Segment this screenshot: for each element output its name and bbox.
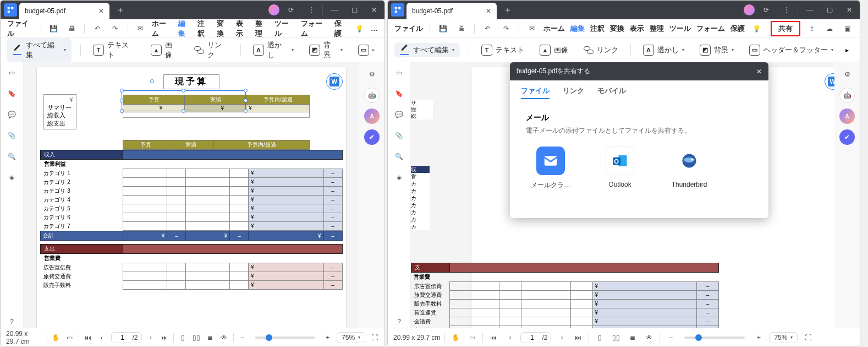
minimize-button[interactable]: — xyxy=(326,2,343,18)
menu-home[interactable]: ホーム xyxy=(543,24,565,34)
menu-annotate[interactable]: 注釈 xyxy=(197,19,211,39)
share-tab-link[interactable]: リンク xyxy=(563,86,584,99)
zoom-out-icon[interactable]: − xyxy=(664,332,677,344)
close-icon[interactable]: ✕ xyxy=(98,7,104,15)
maximize-button[interactable]: ▢ xyxy=(821,2,838,18)
watermark-button[interactable]: A透かし▾ xyxy=(640,42,688,58)
zoom-level[interactable]: 75%▾ xyxy=(769,332,798,343)
menu-file[interactable]: ファイル xyxy=(7,19,34,39)
menu-form[interactable]: フォーム xyxy=(696,24,725,34)
avatar[interactable] xyxy=(268,4,279,15)
edit-selection[interactable] xyxy=(122,90,246,111)
menu-edit[interactable]: 編集 xyxy=(178,19,192,39)
check-icon[interactable]: ✔ xyxy=(364,129,380,145)
mail-client-option[interactable]: メールクラ… xyxy=(526,147,575,190)
mail-icon[interactable]: ✉ xyxy=(135,23,146,35)
watermark-button[interactable]: A透かし▾ xyxy=(250,38,297,62)
new-tab-button[interactable]: ＋ xyxy=(114,3,127,17)
menu-view[interactable]: 表示 xyxy=(236,19,250,39)
ai-robot-icon[interactable]: 🤖 xyxy=(839,88,855,103)
new-tab-button[interactable]: ＋ xyxy=(501,3,514,17)
page-number-field[interactable] xyxy=(115,334,130,341)
hand-tool-icon[interactable]: ✋ xyxy=(449,332,462,344)
properties-icon[interactable]: ⚙ xyxy=(839,67,855,82)
save-icon[interactable]: 💾 xyxy=(437,23,449,35)
sync-icon[interactable]: ⟳ xyxy=(758,2,774,18)
share-tab-file[interactable]: ファイル xyxy=(521,86,550,99)
compress-icon[interactable]: ▣ xyxy=(841,23,853,35)
menu-protect[interactable]: 保護 xyxy=(334,19,348,39)
last-page-icon[interactable]: ⏭ xyxy=(572,332,584,344)
thumbnails-icon[interactable]: ▭ xyxy=(6,67,18,79)
menu-organize[interactable]: 整理 xyxy=(650,24,664,34)
text-button[interactable]: Tテキスト xyxy=(478,42,528,58)
toolbar-overflow-icon[interactable]: ▸ xyxy=(845,46,849,54)
layers-icon[interactable]: ◈ xyxy=(6,171,18,183)
share-link-icon[interactable]: ⇪ xyxy=(806,23,818,35)
menu-view[interactable]: 表示 xyxy=(630,24,644,34)
more-icon[interactable]: ⋮ xyxy=(303,2,319,18)
thunderbird-option[interactable]: Thunderbird xyxy=(664,147,714,190)
menu-tool[interactable]: ツール xyxy=(669,24,691,34)
file-tab[interactable]: budget-05.pdf ✕ xyxy=(406,3,497,19)
zoom-in-icon[interactable]: + xyxy=(752,332,765,344)
comment-icon[interactable]: 💬 xyxy=(6,109,18,121)
link-button[interactable]: リンク xyxy=(191,38,232,62)
page-number-field[interactable] xyxy=(524,334,540,341)
next-page-icon[interactable]: › xyxy=(556,332,568,344)
minimize-button[interactable]: — xyxy=(801,2,818,18)
help-icon[interactable]: ? xyxy=(6,316,18,328)
ai-a-icon[interactable]: A xyxy=(364,109,380,124)
print-icon[interactable]: 🖶 xyxy=(66,23,78,35)
outlook-option[interactable]: O Outlook xyxy=(595,147,645,190)
select-tool-icon[interactable]: ▭ xyxy=(466,332,478,344)
menu-convert[interactable]: 変換 xyxy=(610,24,624,34)
image-button[interactable]: ▲画像 xyxy=(147,38,182,62)
search-icon[interactable]: 🔍 xyxy=(6,150,18,162)
check-icon[interactable]: ✔ xyxy=(839,129,855,145)
image-button[interactable]: ▲画像 xyxy=(536,42,572,58)
two-page-icon[interactable]: ▯▯ xyxy=(610,332,622,344)
word-export-button[interactable]: W xyxy=(326,73,343,90)
two-page-icon[interactable]: ▯▯ xyxy=(192,332,201,344)
thumbnails-icon[interactable]: ▭ xyxy=(393,67,405,79)
hand-tool-icon[interactable]: ✋ xyxy=(51,332,61,344)
first-page-icon[interactable]: ⏮ xyxy=(487,332,499,344)
zoom-in-icon[interactable]: + xyxy=(323,332,332,344)
first-page-icon[interactable]: ⏮ xyxy=(84,332,93,344)
text-button[interactable]: Tテキスト xyxy=(90,38,139,62)
edit-all-button[interactable]: すべて編集 ▾ xyxy=(394,43,460,57)
header-footer-button[interactable]: ▭ヘッダー＆フッター▾ xyxy=(746,42,837,58)
maximize-button[interactable]: ▢ xyxy=(346,2,362,18)
menu-file[interactable]: ファイル xyxy=(394,24,423,34)
read-mode-icon[interactable]: 👁 xyxy=(219,332,229,344)
zoom-level[interactable]: 75%▾ xyxy=(337,332,365,343)
last-page-icon[interactable]: ⏭ xyxy=(160,332,169,344)
background-button[interactable]: ◩背景▾ xyxy=(696,42,737,58)
menu-organize[interactable]: 整理 xyxy=(255,19,269,39)
select-tool-icon[interactable]: ▭ xyxy=(65,332,74,344)
single-page-icon[interactable]: ▯ xyxy=(594,332,606,344)
next-page-icon[interactable]: › xyxy=(146,332,156,344)
bookmark-icon[interactable]: 🔖 xyxy=(393,88,405,100)
menu-edit[interactable]: 編集 xyxy=(570,24,585,34)
read-mode-icon[interactable]: 👁 xyxy=(643,332,655,344)
single-page-icon[interactable]: ▯ xyxy=(178,332,188,344)
zoom-slider[interactable] xyxy=(255,337,315,339)
cloud-icon[interactable]: ☁ xyxy=(823,23,836,35)
page-input[interactable]: /2 xyxy=(111,332,142,343)
undo-icon[interactable]: ↶ xyxy=(91,23,103,35)
attachment-icon[interactable]: 📎 xyxy=(6,129,18,142)
sync-icon[interactable]: ⟳ xyxy=(283,2,299,18)
print-icon[interactable]: 🖶 xyxy=(455,23,468,35)
redo-icon[interactable]: ↷ xyxy=(109,23,121,35)
undo-icon[interactable]: ↶ xyxy=(481,23,493,35)
redo-icon[interactable]: ↷ xyxy=(500,23,512,35)
close-button[interactable]: ✕ xyxy=(841,2,858,18)
menu-home[interactable]: ホーム xyxy=(152,19,173,39)
share-button[interactable]: 共有 xyxy=(771,21,800,36)
menu-annotate[interactable]: 注釈 xyxy=(590,24,605,34)
fullscreen-icon[interactable]: ⛶ xyxy=(802,332,814,344)
menu-more[interactable]: … xyxy=(371,24,378,32)
dialog-close-icon[interactable]: ✕ xyxy=(756,68,762,75)
